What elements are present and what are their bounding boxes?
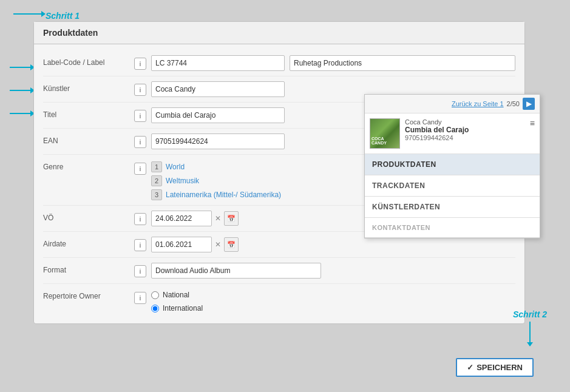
- airdate-input[interactable]: [151, 237, 212, 252]
- genre-info-icon[interactable]: i: [134, 163, 146, 175]
- nav-item-kuenstlerdaten[interactable]: KÜNSTLERDATEN: [365, 197, 540, 218]
- side-panel-header: Zurück zu Seite 1 2/50 ▶: [365, 95, 540, 113]
- ean-info-icon[interactable]: i: [134, 136, 146, 148]
- radio-international-input[interactable]: [151, 305, 159, 313]
- next-page-btn[interactable]: ▶: [523, 98, 535, 110]
- nav-item-kontaktdaten[interactable]: KONTAKTDATEN: [365, 218, 540, 238]
- vo-info-icon[interactable]: i: [134, 213, 146, 225]
- album-title: Cumbia del Carajo: [405, 126, 535, 134]
- radio-international-label: International: [163, 304, 203, 313]
- save-button-area: ✓ SPEICHERN: [456, 358, 534, 377]
- airdate-info-icon[interactable]: i: [134, 239, 146, 251]
- radio-national-input[interactable]: [151, 291, 159, 299]
- panel-header: Produktdaten: [34, 22, 524, 44]
- genre-link-3[interactable]: Lateinamerika (Mittel-/ Südamerika): [166, 191, 281, 199]
- vo-date-row: ✕ 📅: [151, 211, 239, 226]
- panel-title: Produktdaten: [43, 28, 98, 38]
- save-label: SPEICHERN: [477, 363, 523, 372]
- nav-item-trackdaten[interactable]: TRACKDATEN: [365, 175, 540, 197]
- format-info-icon[interactable]: i: [134, 265, 146, 277]
- title-label: Titel: [43, 107, 134, 119]
- album-artist: Coca Candy: [405, 118, 535, 126]
- side-arrows: [10, 67, 34, 114]
- step2-label: Schritt 2: [513, 309, 547, 319]
- vo-date-input[interactable]: [151, 211, 212, 226]
- side-arrow-2: [10, 90, 34, 91]
- repertoire-info-icon[interactable]: i: [134, 292, 146, 304]
- radio-national-label: National: [163, 291, 189, 299]
- artist-label: Künstler: [43, 81, 134, 93]
- genre-link-1[interactable]: World: [166, 163, 185, 171]
- genre-num-1: 1: [151, 161, 162, 172]
- format-input[interactable]: [151, 263, 321, 279]
- check-icon: ✓: [467, 363, 473, 372]
- ean-input[interactable]: [151, 133, 285, 149]
- genre-num-2: 2: [151, 175, 162, 186]
- radio-national[interactable]: National: [151, 291, 203, 299]
- vo-calendar-btn[interactable]: 📅: [224, 211, 239, 226]
- genre-item-1: 1 World: [151, 161, 281, 172]
- side-panel: Zurück zu Seite 1 2/50 ▶ COCACANDY Coca …: [364, 94, 540, 238]
- format-label: Format: [43, 263, 134, 274]
- genre-num-3: 3: [151, 189, 162, 200]
- title-input[interactable]: [151, 107, 285, 123]
- radio-international[interactable]: International: [151, 304, 203, 313]
- repertoire-label: Repertoire Owner: [43, 289, 134, 300]
- step1-arrow: [13, 13, 45, 15]
- vo-clear-btn[interactable]: ✕: [215, 214, 221, 223]
- album-ean: 9705199442624: [405, 134, 535, 141]
- list-icon[interactable]: ≡: [530, 118, 535, 128]
- nav-item-produktdaten[interactable]: PRODUKTDATEN: [365, 154, 540, 175]
- save-button[interactable]: ✓ SPEICHERN: [456, 358, 534, 377]
- step2-arrow: [529, 322, 531, 346]
- radio-group: National International: [151, 291, 203, 313]
- label-code-row: Label-Code / Label i: [43, 50, 515, 76]
- artist-info-icon[interactable]: i: [134, 84, 146, 96]
- label-code-info-icon[interactable]: i: [134, 58, 146, 70]
- airdate-date-row: ✕ 📅: [151, 237, 239, 252]
- genre-list: 1 World 2 Weltmusik 3 Lateinamerika (Mit…: [151, 161, 281, 200]
- back-to-page1-btn[interactable]: Zurück zu Seite 1: [452, 100, 504, 107]
- genre-link-2[interactable]: Weltmusik: [166, 177, 199, 185]
- format-row: Format i: [43, 258, 515, 284]
- vo-label: VÖ: [43, 211, 134, 222]
- genre-label: Genre: [43, 160, 134, 171]
- album-thumb-text: COCACANDY: [372, 137, 387, 146]
- album-thumbnail: COCACANDY: [370, 118, 400, 149]
- label-code-label: Label-Code / Label: [43, 55, 134, 67]
- album-details: Coca Candy Cumbia del Carajo 97051994426…: [405, 118, 535, 141]
- label-code-input[interactable]: [151, 55, 285, 71]
- title-info-icon[interactable]: i: [134, 110, 146, 122]
- step1-label: Schritt 1: [46, 11, 80, 21]
- page-indicator: 2/50: [507, 100, 520, 107]
- genre-item-2: 2 Weltmusik: [151, 175, 281, 186]
- repertoire-row: Repertoire Owner i National Internationa…: [43, 284, 515, 317]
- side-arrow-3: [10, 113, 34, 114]
- airdate-calendar-btn[interactable]: 📅: [224, 237, 239, 252]
- ean-label: EAN: [43, 133, 134, 145]
- label-name-input[interactable]: [290, 55, 515, 71]
- genre-item-3: 3 Lateinamerika (Mittel-/ Südamerika): [151, 189, 281, 200]
- artist-input[interactable]: [151, 81, 285, 97]
- side-arrow-1: [10, 67, 34, 68]
- album-info: COCACANDY Coca Candy Cumbia del Carajo 9…: [365, 113, 540, 154]
- airdate-label: Airdate: [43, 237, 134, 248]
- airdate-clear-btn[interactable]: ✕: [215, 240, 221, 249]
